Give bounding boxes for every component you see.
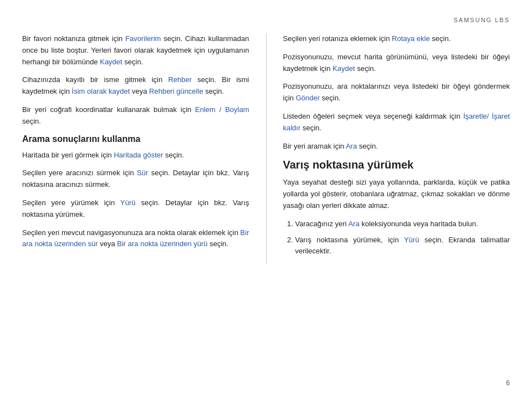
page-header: Samsung LBS [22, 17, 510, 23]
link-rotaya-ekle[interactable]: Rotaya ekle [392, 34, 430, 43]
page-footer: 6 [506, 379, 510, 387]
main-columns: Bir favori noktanıza gitmek için Favoril… [22, 33, 510, 264]
list-item: Varacağınız yeri Ara koleksiyonunda veya… [295, 218, 510, 230]
link-rehber-guncelle[interactable]: Rehberi güncelle [149, 87, 203, 95]
page-container: Samsung LBS Bir favori noktanıza gitmek … [0, 0, 532, 397]
steps-list: Varacağınız yeri Ara koleksiyonunda veya… [283, 218, 510, 257]
link-favorites[interactable]: Favorilerim [125, 34, 161, 43]
para-favorites: Bir favori noktanıza gitmek için Favoril… [22, 33, 249, 68]
link-yuru[interactable]: Yürü [120, 198, 135, 207]
para-yuru: Seçilen yere yürümek için Yürü seçin. De… [22, 197, 249, 221]
para-contacts: Cihazınızda kayıtlı bir isme gitmek için… [22, 74, 249, 98]
para-ara: Bir yeri aramak için Ara seçin. [283, 141, 510, 152]
link-kaydet[interactable]: Kaydet [332, 64, 355, 73]
left-column: Bir favori noktanıza gitmek için Favoril… [22, 33, 267, 264]
section-title-varis: Varış noktasına yürümek [283, 159, 510, 171]
para-haritada-goster: Haritada bir yeri görmek için Haritada g… [22, 150, 249, 161]
para-ara-nokta: Seçilen yeri mevcut navigasyonunuza ara … [22, 227, 249, 251]
para-isaretle: Listeden öğeleri seçmek veya seçeneği ka… [283, 111, 510, 134]
link-yuru-list[interactable]: Yürü [404, 236, 419, 244]
link-ara-nokta-yuru[interactable]: Bir ara nokta üzerinden yürü [117, 240, 207, 248]
right-column: Seçilen yeri rotanıza eklemek için Rotay… [267, 33, 510, 264]
para-kaydet: Pozisyonunuzu, mevcut harita görünümünü,… [283, 52, 510, 75]
para-sur: Seçilen yere aracınızı sürmek için Sür s… [22, 167, 249, 191]
para-gonder: Pozisyonunuzu, ara noktalarınızı veya li… [283, 81, 510, 104]
list-item: Varış noktasına yürümek, için Yürü seçin… [295, 235, 510, 258]
link-rehber[interactable]: Rehber [168, 75, 192, 84]
para-rotaya-ekle: Seçilen yeri rotanıza eklemek için Rotay… [283, 33, 510, 45]
link-enlem-boylam[interactable]: Enlem / Boylam [195, 105, 249, 114]
link-ara-list[interactable]: Ara [348, 220, 359, 228]
link-gonder[interactable]: Gönder [296, 94, 320, 102]
link-save-1[interactable]: Kaydet [100, 58, 122, 66]
para-coordinates: Bir yeri coğrafi koordinatlar kullanarak… [22, 104, 249, 128]
para-yaya-desc: Yaya seyahat desteği sizi yaya yollarınd… [283, 177, 510, 211]
link-isim-kaydet[interactable]: İsim olarak kaydet [72, 87, 130, 95]
link-sur[interactable]: Sür [137, 169, 148, 177]
page-number: 6 [506, 379, 510, 387]
brand-name: Samsung LBS [454, 17, 510, 23]
link-ara[interactable]: Ara [346, 142, 357, 150]
section-title-arama: Arama sonuçlarını kullanma [22, 134, 249, 144]
link-haritada-goster[interactable]: Haritada göster [114, 151, 163, 159]
